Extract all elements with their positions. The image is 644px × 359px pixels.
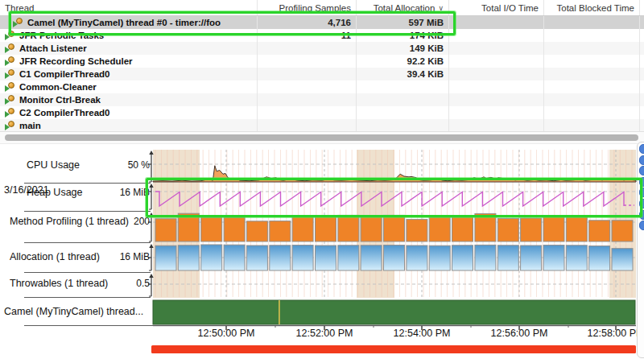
track-label-allocation[interactable]: Allocation (1 thread) — [10, 251, 100, 262]
track-control-button[interactable] — [639, 144, 644, 154]
profiler-window: Thread Profiling Samples Total Allocatio… — [0, 0, 644, 359]
track-separator — [24, 325, 636, 326]
track-label-camel-thread[interactable]: Camel (MyTinyCamel) thread... — [4, 306, 143, 317]
track-label-throwables[interactable]: Throwables (1 thread) — [10, 278, 108, 289]
track-controls-panel — [637, 142, 644, 358]
track-control-button[interactable] — [639, 177, 644, 187]
track-label-cpu[interactable]: CPU Usage — [27, 159, 80, 171]
track-axis-tick-value: 16 MiB — [120, 187, 150, 198]
track-control-button[interactable] — [639, 188, 644, 197]
time-tick-label: 12:58:00 PM — [588, 328, 644, 339]
track-separator — [24, 297, 151, 298]
track-separator — [24, 183, 151, 184]
track-control-button[interactable] — [639, 221, 644, 230]
track-separator — [24, 272, 151, 273]
date-label: 3/16/2021 — [4, 184, 49, 196]
track-separator — [24, 211, 151, 212]
track-separator — [24, 242, 151, 243]
time-tick-label: 12:56:00 PM — [491, 328, 548, 339]
track-axis-tick-value: 0.5 — [136, 278, 150, 289]
track-control-button[interactable] — [639, 210, 644, 220]
track-axis-tick-value: 50 % — [128, 159, 150, 171]
track-control-button[interactable] — [639, 155, 644, 165]
time-tick-label: 12:54:00 PM — [394, 328, 451, 339]
plot-area[interactable] — [153, 150, 636, 325]
track-label-method[interactable]: Method Profiling (1 thread) — [10, 216, 129, 227]
track-axis-tick-value: 16 MiB — [120, 251, 150, 262]
track-control-button[interactable] — [639, 166, 644, 175]
track-axis-tick-value: 200 — [134, 216, 150, 227]
time-tick-label: 12:50:00 PM — [198, 328, 255, 339]
track-control-button[interactable] — [639, 199, 644, 208]
time-tick-label: 12:52:00 PM — [296, 328, 353, 339]
